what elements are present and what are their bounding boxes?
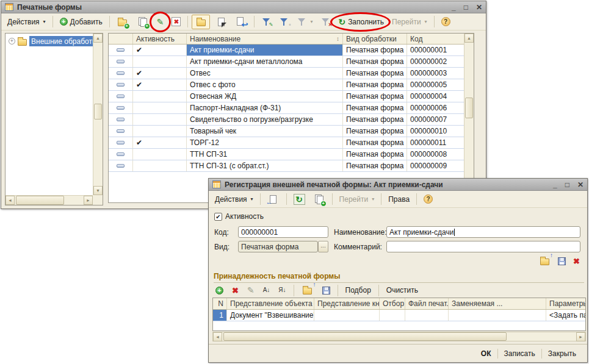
checkbox-check-icon[interactable]: ✔	[214, 213, 222, 221]
add-group-button[interactable]: +	[114, 15, 132, 29]
table-row[interactable]: ✔ ТОРГ-12 Печатная форма 000000011	[109, 137, 464, 149]
minimize-button[interactable]: _	[553, 181, 557, 188]
close-button[interactable]: ✕	[577, 181, 584, 188]
cell-object[interactable]: Документ "Взвешивание"	[227, 310, 314, 321]
delete-button[interactable]: ✖	[168, 15, 184, 29]
save-list-button[interactable]	[319, 283, 333, 298]
column-header-file[interactable]: Файл печат...	[405, 298, 449, 309]
table-row[interactable]: Товарный чек Печатная форма 000000010	[109, 126, 464, 137]
cell-active[interactable]	[133, 149, 187, 160]
table-row[interactable]: Отвесная ЖД Печатная форма 000000004	[109, 91, 464, 102]
column-header-active[interactable]: Активность	[133, 34, 187, 44]
scroll-left-icon[interactable]: ◄	[5, 196, 15, 205]
cell-active[interactable]: ✔	[133, 79, 187, 90]
cell-code[interactable]: 000000004	[407, 91, 464, 102]
cell-type[interactable]: Печатная форма	[343, 68, 407, 79]
table-row[interactable]: ТТН СП-31 (с обрат.ст.) Печатная форма 0…	[109, 160, 464, 172]
scroll-down-icon[interactable]: ▼	[93, 186, 103, 195]
close-dialog-button[interactable]: Закрыть	[542, 348, 582, 359]
cell-type[interactable]: Печатная форма	[343, 56, 407, 67]
cell-active[interactable]: ✔	[133, 68, 187, 79]
expand-icon[interactable]: +	[9, 38, 15, 45]
scroll-thumb[interactable]	[94, 104, 102, 120]
main-title-bar[interactable]: Печатные формы _ □ ✕	[1, 1, 486, 13]
clear-file-button[interactable]: ✖	[573, 257, 580, 265]
cell-code[interactable]: 000000011	[407, 137, 464, 148]
comment-field[interactable]	[386, 241, 580, 252]
row-edit-button[interactable]: ✎	[244, 283, 258, 298]
ownership-table-horizontal-scrollbar[interactable]: ◄ ►	[212, 332, 586, 341]
column-header-params[interactable]: Параметры	[546, 298, 586, 309]
restore-values-button[interactable]: ↩	[232, 15, 250, 29]
kind-ellipsis-button[interactable]: ...	[318, 241, 328, 252]
cell-name-selected[interactable]: Акт приемки-сдачи	[187, 45, 343, 55]
cell-row-number[interactable]: 1	[213, 310, 227, 321]
sort-ascending-button[interactable]: А↓	[260, 283, 273, 298]
cell-type[interactable]: Печатная форма	[343, 149, 407, 160]
dialog-goto-menu-button[interactable]: Перейти ▾	[336, 192, 378, 207]
cell-type[interactable]: Печатная форма	[343, 114, 407, 125]
cell-type[interactable]: Печатная форма	[343, 45, 407, 55]
fill-button[interactable]: ↻ Заполнить	[335, 15, 387, 29]
cell-active[interactable]	[133, 91, 187, 102]
column-header-button[interactable]: Представление кнопки	[314, 298, 380, 309]
dialog-help-button[interactable]: ?	[421, 192, 436, 207]
filter-by-value-button[interactable]: ▫	[276, 15, 292, 29]
column-header-replaced[interactable]: Заменяемая ...	[449, 298, 546, 309]
refresh-button[interactable]: ↻	[291, 192, 308, 207]
cell-params[interactable]: <Задать параметры>	[546, 310, 586, 321]
column-header-filter[interactable]: Отбор	[380, 298, 405, 309]
column-header-object[interactable]: Представление объекта	[227, 298, 314, 309]
cell-code[interactable]: 000000007	[407, 114, 464, 125]
cell-type[interactable]: Печатная форма	[343, 79, 407, 90]
cell-code[interactable]: 000000003	[407, 68, 464, 79]
cell-code[interactable]: 000000002	[407, 56, 464, 67]
cell-type[interactable]: Печатная форма	[343, 102, 407, 113]
cell-button[interactable]	[314, 310, 380, 321]
load-list-button[interactable]: ↑	[298, 283, 317, 298]
tree-horizontal-scrollbar[interactable]: ◄ ►	[5, 195, 93, 205]
cell-code[interactable]: 000000005	[407, 79, 464, 90]
table-row[interactable]: Паспорт-Накладная (Ф-31) Печатная форма …	[109, 102, 464, 114]
cell-name[interactable]: Отвес	[187, 68, 343, 79]
hierarchy-view-button[interactable]	[192, 15, 210, 29]
ok-button[interactable]: ОК	[475, 348, 497, 359]
clear-filter-button[interactable]: ✕	[317, 15, 333, 29]
write-button[interactable]: Записать	[498, 348, 541, 359]
cell-active[interactable]	[133, 126, 187, 137]
save-to-file-button[interactable]	[558, 257, 566, 265]
scroll-thumb[interactable]	[465, 98, 473, 118]
cell-code[interactable]: 000000010	[407, 126, 464, 137]
table-row[interactable]: Акт приемки-сдачи металлолома Печатная ф…	[109, 56, 464, 68]
edit-button[interactable]: ✎	[154, 15, 167, 29]
cell-code[interactable]: 000000001	[407, 45, 464, 55]
active-checkbox[interactable]: ✔ Активность	[214, 212, 264, 221]
scroll-thumb[interactable]	[223, 332, 507, 341]
load-from-file-button[interactable]: ↑	[538, 255, 551, 266]
cell-file[interactable]	[405, 310, 449, 321]
copy-button[interactable]: +	[134, 15, 152, 29]
name-field[interactable]: Акт приемки-сдачи	[386, 226, 580, 238]
cell-type[interactable]: Печатная форма	[343, 137, 407, 148]
cell-active[interactable]	[133, 160, 187, 171]
scroll-thumb[interactable]	[16, 196, 64, 205]
add-button[interactable]: + Добавить	[57, 15, 106, 29]
filter-history-button[interactable]: ▾	[294, 15, 316, 29]
cell-name[interactable]: Свидетельство о погрузке/разгрузке	[187, 114, 343, 125]
cell-name[interactable]: Отвес с фото	[187, 79, 343, 90]
cell-code[interactable]: 000000006	[407, 102, 464, 113]
close-button[interactable]: ✕	[476, 4, 482, 11]
cell-name[interactable]: Товарный чек	[187, 126, 343, 137]
column-header-type[interactable]: Вид обработки	[343, 34, 407, 44]
row-delete-button[interactable]: ✖	[229, 283, 242, 298]
table-row[interactable]: Свидетельство о погрузке/разгрузке Печат…	[109, 114, 464, 126]
cell-code[interactable]: 000000008	[407, 149, 464, 160]
rights-button[interactable]: Права	[385, 192, 413, 207]
column-header-marker[interactable]	[109, 34, 133, 44]
code-field[interactable]: 000000001	[238, 226, 328, 238]
cell-type[interactable]: Печатная форма	[343, 91, 407, 102]
cell-type[interactable]: Печатная форма	[343, 126, 407, 137]
sort-descending-button[interactable]: Я↓	[275, 283, 289, 298]
scroll-right-icon[interactable]: ►	[576, 332, 585, 341]
column-header-name[interactable]: Наименование ↕	[187, 34, 343, 44]
